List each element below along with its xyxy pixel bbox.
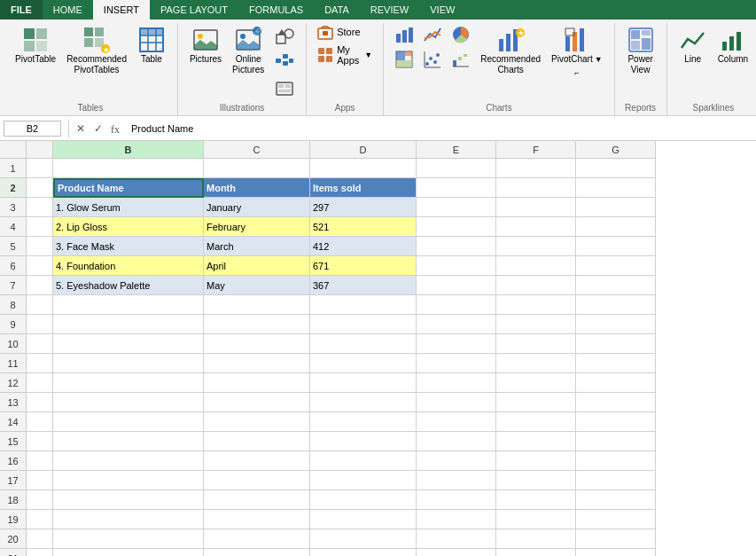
col-header-e[interactable]: E xyxy=(417,141,496,159)
cell-c4[interactable]: February xyxy=(204,217,310,237)
cell-a18[interactable] xyxy=(27,490,53,510)
row-header-20[interactable]: 20 xyxy=(0,529,27,549)
cell-g9[interactable] xyxy=(576,315,656,334)
cell-c5[interactable]: March xyxy=(204,237,310,256)
pie-chart-button[interactable] xyxy=(448,23,474,46)
cell-d4[interactable]: 521 xyxy=(310,217,417,237)
cell-g18[interactable] xyxy=(576,490,656,510)
row-header-4[interactable]: 4 xyxy=(0,217,27,237)
cell-a1[interactable] xyxy=(27,159,53,178)
online-pictures-button[interactable]: 🔗 OnlinePictures xyxy=(228,23,269,78)
cell-f4[interactable] xyxy=(496,217,576,237)
cell-c11[interactable] xyxy=(204,354,310,373)
cell-a8[interactable] xyxy=(27,295,53,315)
cell-g1[interactable] xyxy=(576,159,656,178)
col-header-f[interactable]: F xyxy=(496,141,576,159)
cell-a16[interactable] xyxy=(27,451,53,471)
recommended-pivot-button[interactable]: ★ RecommendedPivotTables xyxy=(62,23,131,78)
cell-g7[interactable] xyxy=(576,276,656,295)
cell-d12[interactable] xyxy=(310,373,417,393)
cell-g10[interactable] xyxy=(576,334,656,354)
tab-insert[interactable]: INSERT xyxy=(93,0,150,20)
shapes-button[interactable] xyxy=(270,25,299,50)
cell-a3[interactable] xyxy=(27,198,53,217)
row-header-6[interactable]: 6 xyxy=(0,256,27,276)
cell-c1[interactable] xyxy=(204,159,310,178)
cell-c2[interactable]: Month xyxy=(204,178,310,198)
pivot-table-button[interactable]: PivotTable xyxy=(11,23,60,67)
tab-review[interactable]: REVIEW xyxy=(360,0,419,20)
cell-e19[interactable] xyxy=(417,510,496,529)
cell-d17[interactable] xyxy=(310,471,417,490)
cell-c20[interactable] xyxy=(204,529,310,549)
cell-g11[interactable] xyxy=(576,354,656,373)
cell-e5[interactable] xyxy=(417,237,496,256)
scatter-chart-button[interactable] xyxy=(419,48,446,71)
cell-c7[interactable]: May xyxy=(204,276,310,295)
cell-b8[interactable] xyxy=(53,295,204,315)
col-header-b[interactable]: B xyxy=(53,141,204,159)
row-header-21[interactable]: 21 xyxy=(0,549,27,556)
cell-c15[interactable] xyxy=(204,432,310,451)
cell-b9[interactable] xyxy=(53,315,204,334)
cell-f3[interactable] xyxy=(496,198,576,217)
cell-b14[interactable] xyxy=(53,412,204,432)
cell-f16[interactable] xyxy=(496,451,576,471)
cell-d5[interactable]: 412 xyxy=(310,237,417,256)
cell-b12[interactable] xyxy=(53,373,204,393)
cell-a5[interactable] xyxy=(27,237,53,256)
cell-g15[interactable] xyxy=(576,432,656,451)
cell-f11[interactable] xyxy=(496,354,576,373)
cell-a11[interactable] xyxy=(27,354,53,373)
row-header-3[interactable]: 3 xyxy=(0,198,27,217)
cell-g5[interactable] xyxy=(576,237,656,256)
cell-d21[interactable] xyxy=(310,549,417,556)
cell-g12[interactable] xyxy=(576,373,656,393)
my-apps-button[interactable]: My Apps ▼ xyxy=(314,43,376,67)
cell-d19[interactable] xyxy=(310,510,417,529)
cell-b19[interactable] xyxy=(53,510,204,529)
col-header-g[interactable]: G xyxy=(576,141,656,159)
tab-data[interactable]: DATA xyxy=(314,0,360,20)
cell-g16[interactable] xyxy=(576,451,656,471)
hierarchy-chart-button[interactable] xyxy=(391,48,417,71)
row-header-7[interactable]: 7 xyxy=(0,276,27,295)
row-header-1[interactable]: 1 xyxy=(0,159,27,178)
row-header-18[interactable]: 18 xyxy=(0,490,27,510)
cell-e1[interactable] xyxy=(417,159,496,178)
tab-home[interactable]: HOME xyxy=(43,0,93,20)
cell-b20[interactable] xyxy=(53,529,204,549)
cell-e12[interactable] xyxy=(417,373,496,393)
cell-e20[interactable] xyxy=(417,529,496,549)
cell-b11[interactable] xyxy=(53,354,204,373)
confirm-formula-button[interactable]: ✓ xyxy=(90,121,106,137)
cell-b5[interactable]: 3. Face Mask xyxy=(53,237,204,256)
cell-f18[interactable] xyxy=(496,490,576,510)
cell-c12[interactable] xyxy=(204,373,310,393)
cell-f15[interactable] xyxy=(496,432,576,451)
cell-a9[interactable] xyxy=(27,315,53,334)
insert-function-button[interactable]: fx xyxy=(108,121,124,137)
cell-g17[interactable] xyxy=(576,471,656,490)
cell-e17[interactable] xyxy=(417,471,496,490)
cell-e4[interactable] xyxy=(417,217,496,237)
charts-dialog-launcher[interactable]: ⌐ xyxy=(573,67,581,78)
cell-f1[interactable] xyxy=(496,159,576,178)
cell-d20[interactable] xyxy=(310,529,417,549)
cell-c16[interactable] xyxy=(204,451,310,471)
cell-f7[interactable] xyxy=(496,276,576,295)
cell-e11[interactable] xyxy=(417,354,496,373)
formula-input[interactable] xyxy=(128,122,752,135)
cell-d9[interactable] xyxy=(310,315,417,334)
cell-e2[interactable] xyxy=(417,178,496,198)
cell-c6[interactable]: April xyxy=(204,256,310,276)
cell-a19[interactable] xyxy=(27,510,53,529)
cell-f2[interactable] xyxy=(496,178,576,198)
cell-e6[interactable] xyxy=(417,256,496,276)
cell-e10[interactable] xyxy=(417,334,496,354)
pivot-chart-button[interactable]: PivotChart ▼ xyxy=(547,23,607,67)
cell-f17[interactable] xyxy=(496,471,576,490)
cell-e21[interactable] xyxy=(417,549,496,556)
cell-f19[interactable] xyxy=(496,510,576,529)
cell-a2[interactable] xyxy=(27,178,53,198)
